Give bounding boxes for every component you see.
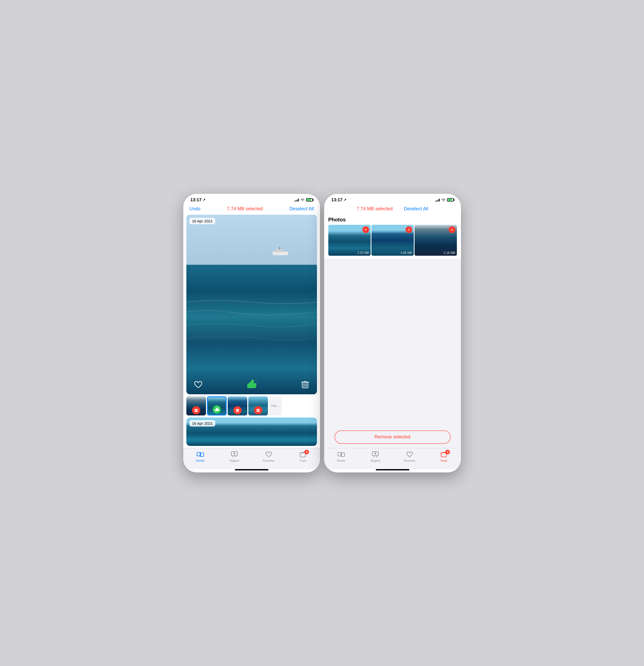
hide-button[interactable]: Hid... (269, 396, 282, 416)
tab-biggest-left[interactable]: Biggest (217, 451, 252, 462)
biggest-label-right: Biggest (371, 459, 380, 462)
trash-label-right: Trash (440, 459, 447, 462)
biggest-icon-wrap-right (371, 451, 379, 458)
second-photo-preview: 16 Apr 2021 (186, 418, 317, 446)
photo-actions (186, 379, 317, 390)
tab-similar-right[interactable]: Similar (324, 451, 359, 462)
grid-photo-3[interactable]: ✓ 2.16 MB (415, 225, 457, 256)
selection-info-left: 7.74 MB selected (227, 206, 263, 212)
second-date-label: 16 Apr 2021 (189, 420, 215, 426)
biggest-label-left: Biggest (230, 459, 239, 462)
trash-label-left: Trash (299, 459, 307, 462)
deselect-all-button-right[interactable]: Deselect All (404, 206, 428, 212)
empty-area (324, 259, 461, 426)
wifi-icon (300, 198, 304, 201)
trash-badge-3 (233, 406, 242, 415)
biggest-icon-wrap (230, 451, 239, 458)
tab-biggest-right[interactable]: Biggest (358, 451, 393, 462)
trash-icon-wrap-left: 3 (299, 451, 307, 458)
similar-icon-wrap (196, 451, 205, 458)
grid-photo-2[interactable]: ✓ 3.06 MB (371, 225, 414, 256)
heart-button[interactable] (193, 379, 204, 390)
selection-info-right: 7.74 MB selected (357, 206, 393, 212)
status-bar-left: 13:17 ↗ (183, 194, 320, 204)
thumbnail-4[interactable] (248, 396, 268, 416)
thumbsup-button[interactable] (246, 379, 257, 390)
thumbnail-2[interactable] (207, 396, 227, 416)
home-indicator-left (235, 469, 268, 470)
signal-icon-right (435, 198, 440, 201)
selection-check-1: ✓ (362, 226, 369, 233)
photo-size-2: 3.06 MB (401, 251, 412, 255)
time-right: 13:17 ↗ (331, 197, 346, 203)
status-bar-right: 13:17 ↗ (324, 194, 461, 204)
home-indicator-right (376, 469, 410, 470)
svg-rect-2 (279, 247, 280, 249)
location-icon-right: ↗ (344, 198, 346, 202)
right-phone: 13:17 ↗ 7.74 MB selected Deselect All (324, 194, 461, 472)
favorites-icon-wrap (265, 451, 273, 458)
time-display: 13:17 (191, 197, 202, 203)
photo-grid: ✓ 2.52 MB ✓ 3.06 MB (324, 225, 461, 256)
similar-label-right: Similar (337, 459, 346, 462)
deselect-all-button-left[interactable]: Deselect All (289, 206, 314, 212)
favorites-icon-wrap-right (405, 451, 414, 458)
tab-similar-left[interactable]: Similar (183, 451, 217, 462)
similar-icon-wrap-right (337, 451, 345, 458)
thumbsup-badge-2 (213, 405, 221, 414)
svg-point-30 (443, 242, 445, 244)
ocean-photo-bg (186, 215, 317, 394)
trash-badge-4 (254, 406, 262, 415)
signal-icon (294, 198, 299, 201)
photo-date-label: 16 Apr 2021 (189, 218, 215, 224)
photo-size-3: 2.16 MB (444, 251, 455, 255)
thumbnail-3[interactable] (228, 396, 247, 416)
trash-icon-wrap-right: 3 (439, 451, 448, 458)
tab-favorites-left[interactable]: Favorites (252, 451, 286, 462)
boat-shape (270, 247, 291, 257)
thumbnail-strip: Hid... (183, 394, 320, 418)
svg-rect-3 (247, 383, 249, 388)
selection-check-2: ✓ (405, 226, 412, 233)
trash-badge-right: 3 (445, 450, 450, 454)
favorites-label-left: Favorites (263, 459, 274, 462)
tab-trash-left[interactable]: 3 Trash (286, 451, 320, 462)
battery-icon (306, 198, 313, 201)
action-bar-right: 7.74 MB selected Deselect All (324, 204, 461, 215)
action-bar-left[interactable]: Undo 7.74 MB selected Deselect All (183, 204, 320, 215)
time-display-right: 13:17 (331, 197, 343, 203)
tab-bar-left: Similar Biggest Favorites (183, 448, 320, 469)
status-icons-left (294, 198, 313, 201)
svg-rect-14 (215, 409, 215, 411)
battery-icon-right (447, 198, 454, 201)
location-icon: ↗ (203, 198, 206, 202)
svg-rect-0 (273, 251, 288, 255)
tab-favorites-right[interactable]: Favorites (393, 451, 427, 462)
grid-photo-1[interactable]: ✓ 2.52 MB (328, 225, 371, 256)
undo-button[interactable]: Undo (189, 206, 201, 212)
remove-selected-label: Remove selected (375, 434, 411, 440)
main-photo: 16 Apr 2021 (186, 215, 317, 394)
favorites-label-right: Favorites (404, 459, 415, 462)
trash-badge-left: 3 (304, 450, 309, 454)
status-icons-right (435, 198, 454, 201)
tab-bar-right: Similar Biggest Favorites (324, 448, 461, 469)
selection-check-3: ✓ (449, 226, 455, 233)
photos-section-label: Photos (324, 215, 461, 225)
left-phone: 13:17 ↗ Undo 7.74 MB selected Deselect A… (183, 194, 320, 472)
thumbnail-1[interactable] (186, 396, 206, 416)
wifi-icon-right (441, 198, 446, 201)
hide-label: Hid... (271, 404, 279, 408)
tab-trash-right[interactable]: 3 Trash (427, 451, 461, 462)
trash-badge-1 (192, 406, 200, 415)
time-left: 13:17 ↗ (191, 197, 206, 203)
remove-selected-button[interactable]: Remove selected (334, 431, 451, 444)
similar-label-left: Similar (196, 459, 205, 462)
photo-size-1: 2.52 MB (358, 251, 369, 255)
svg-rect-1 (275, 249, 283, 252)
trash-button[interactable] (299, 379, 311, 390)
content-right: Photos ✓ 2.52 MB ✓ 3.06 MB (324, 215, 461, 448)
content-left: 16 Apr 2021 (183, 215, 320, 448)
